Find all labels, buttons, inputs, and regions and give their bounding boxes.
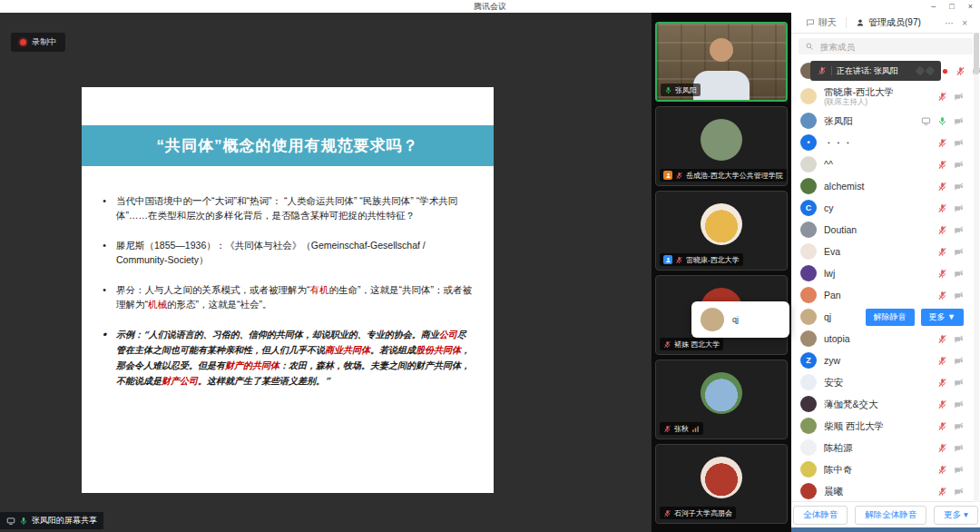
member-row[interactable]: 张凤阳 (791, 110, 973, 132)
member-row[interactable]: Doutian (791, 219, 973, 241)
camera-off-icon[interactable] (954, 356, 964, 366)
screen-share-icon[interactable] (921, 116, 931, 126)
member-name: Pan (824, 290, 930, 301)
video-tile[interactable]: 张凤阳 (655, 22, 788, 102)
tencent-meeting-window: 腾讯会议 – □ × 录制中 “共同体”概念的使用有规范要求吗？ •当代中国语境… (0, 0, 980, 532)
mic-muted-icon[interactable] (937, 269, 947, 279)
tile-name-label: 石河子大学高朋会 (660, 507, 736, 519)
mic-muted-icon[interactable] (937, 225, 947, 235)
recording-dot-icon[interactable] (941, 67, 949, 75)
avatar: Z (800, 352, 817, 369)
maximize-button[interactable]: □ (949, 3, 954, 11)
minimize-button[interactable]: – (931, 3, 936, 11)
recording-indicator[interactable]: 录制中 (11, 33, 65, 52)
member-row[interactable]: 陈柏源 (791, 437, 973, 458)
camera-off-icon[interactable] (954, 160, 964, 170)
mic-muted-icon[interactable] (956, 66, 965, 76)
participant-name: 石河子大学高朋会 (674, 508, 732, 518)
mic-muted-icon[interactable] (937, 203, 947, 213)
member-row[interactable]: ^^ (791, 153, 973, 175)
mute-all-button[interactable]: 全体静音 (793, 506, 848, 525)
member-row[interactable]: Ccy (791, 197, 973, 219)
mic-muted-icon[interactable] (937, 291, 947, 300)
panel-more-button[interactable]: ⋯ (945, 18, 954, 28)
camera-off-icon[interactable] (954, 247, 964, 257)
camera-off-icon[interactable] (954, 116, 964, 126)
mic-muted-icon[interactable] (937, 399, 947, 409)
mic-muted-icon[interactable] (937, 247, 947, 257)
mic-muted-icon[interactable] (937, 378, 947, 388)
camera-off-icon[interactable] (954, 225, 964, 235)
avatar (701, 203, 742, 245)
camera-off-icon[interactable] (954, 443, 964, 453)
member-row[interactable]: lwj (791, 262, 973, 284)
mic-muted-icon[interactable] (937, 487, 947, 497)
member-name: alchemist (824, 181, 930, 192)
member-row[interactable]: 薄伽梵&交大 (791, 393, 973, 415)
tab-chat[interactable]: 聊天 (797, 13, 846, 33)
camera-off-icon[interactable] (954, 92, 964, 102)
video-tile[interactable]: 岳成浩-西北大学公共管理学院 (655, 106, 788, 186)
member-row[interactable]: Zzyw (791, 350, 973, 371)
tab-manage-members[interactable]: 管理成员(97) (847, 13, 930, 33)
mic-muted-icon[interactable] (937, 182, 947, 192)
member-row[interactable]: 柴顺 西北大学 (791, 415, 973, 437)
avatar (800, 396, 817, 412)
mic-active-icon (19, 517, 28, 526)
member-more-button[interactable]: 更多 ▼ (921, 309, 964, 326)
member-name: 薄伽梵&交大 (824, 399, 930, 410)
camera-off-icon[interactable] (954, 182, 964, 192)
member-row[interactable]: qj解除静音更多 ▼ (791, 306, 973, 328)
camera-off-icon[interactable] (954, 334, 964, 344)
speaking-toast: 正在讲话: 张凤阳 (810, 61, 941, 81)
member-row[interactable]: 雷晓康-西北大学(联席主持人) (791, 83, 973, 110)
member-row[interactable]: alchemist (791, 175, 973, 197)
video-tile[interactable]: 张秋 (655, 360, 788, 439)
member-row[interactable]: Eva (791, 241, 973, 262)
camera-off-icon[interactable] (954, 421, 964, 431)
camera-off-icon[interactable] (954, 138, 964, 148)
camera-off-icon[interactable] (954, 269, 964, 279)
mic-muted-icon[interactable] (937, 421, 947, 431)
scrollbar-thumb[interactable] (974, 33, 979, 74)
close-button[interactable]: × (968, 3, 973, 11)
camera-off-icon[interactable] (954, 203, 964, 213)
mic-muted-icon[interactable] (937, 465, 947, 475)
mic-active-icon[interactable] (937, 116, 947, 126)
search-input[interactable] (818, 41, 966, 53)
member-row[interactable]: •・・・ (791, 132, 973, 153)
member-row[interactable]: 晨曦 (791, 480, 973, 501)
member-row[interactable]: Pan (791, 284, 973, 306)
member-row[interactable]: 安安 (791, 371, 973, 393)
camera-off-icon[interactable] (954, 291, 964, 300)
camera-off-icon[interactable] (954, 399, 964, 409)
video-tile[interactable]: 雷晓康-西北大学 (655, 191, 788, 271)
mic-muted-icon[interactable] (937, 92, 947, 102)
video-tile[interactable]: 石河子大学高朋会 (655, 444, 788, 524)
scrollbar[interactable] (974, 33, 979, 502)
avatar (800, 88, 817, 104)
member-row[interactable]: 陈中奇 (791, 458, 973, 480)
mic-muted-icon[interactable] (937, 356, 947, 366)
member-panel: 聊天 管理成员(97) ⋯ × 正在讲话: 张凤阳 (791, 13, 980, 532)
panel-close-button[interactable]: × (962, 18, 967, 28)
member-name: Eva (824, 246, 930, 258)
slide-bullets: •当代中国语境中的一个“大词”和“热词”： “人类命运共同体” “民族共同体” … (82, 166, 494, 389)
member-search[interactable] (799, 38, 973, 54)
mic-muted-icon (675, 256, 683, 264)
camera-off-icon[interactable] (954, 487, 964, 497)
mic-muted-icon[interactable] (937, 138, 947, 148)
camera-off-icon[interactable] (954, 465, 964, 475)
participant-name: 张秋 (674, 424, 689, 434)
mic-muted-icon[interactable] (937, 334, 947, 344)
unmute-member-button[interactable]: 解除静音 (866, 309, 915, 326)
unmute-all-button[interactable]: 解除全体静音 (855, 506, 926, 525)
member-row[interactable]: utopia (791, 328, 973, 350)
screen-icon (6, 517, 15, 526)
mic-muted-icon[interactable] (937, 160, 947, 170)
footer-more-button[interactable]: 更多 ▾ (934, 506, 977, 525)
camera-off-icon[interactable] (954, 378, 964, 388)
avatar (800, 222, 817, 238)
avatar (701, 119, 742, 161)
mic-muted-icon[interactable] (937, 443, 947, 453)
